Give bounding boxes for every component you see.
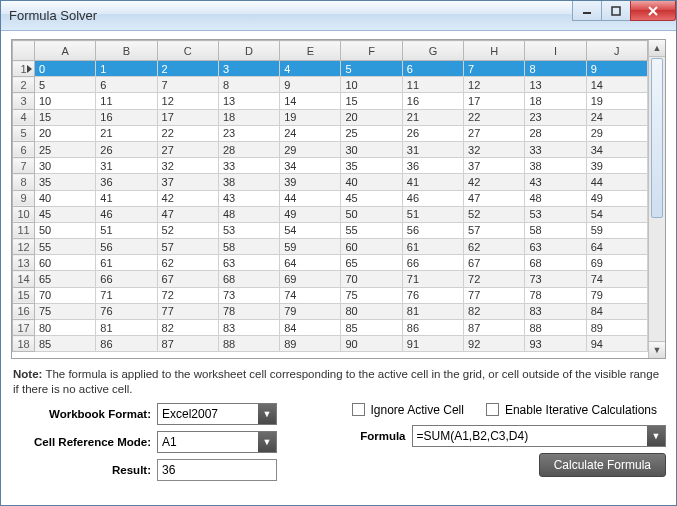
cell[interactable]: 64 <box>280 255 341 271</box>
cell[interactable]: 94 <box>586 336 647 352</box>
cell[interactable]: 86 <box>402 320 463 336</box>
enable-iterative-checkbox[interactable]: Enable Iterative Calculations <box>486 403 657 417</box>
table-row[interactable]: 730313233343536373839 <box>13 158 648 174</box>
cell[interactable]: 67 <box>464 255 525 271</box>
cell[interactable]: 72 <box>464 271 525 287</box>
cell[interactable]: 88 <box>218 336 279 352</box>
workbook-format-select[interactable]: Excel2007 ▼ <box>157 403 277 425</box>
cell[interactable]: 15 <box>35 109 96 125</box>
cell[interactable]: 51 <box>402 206 463 222</box>
cell[interactable]: 5 <box>341 61 402 77</box>
row-header[interactable]: 7 <box>13 158 35 174</box>
column-header[interactable]: A <box>35 41 96 61</box>
cell[interactable]: 43 <box>525 174 586 190</box>
cell[interactable]: 92 <box>464 336 525 352</box>
column-header[interactable]: B <box>96 41 157 61</box>
table-row[interactable]: 1360616263646566676869 <box>13 255 648 271</box>
row-header[interactable]: 11 <box>13 222 35 238</box>
cell[interactable]: 13 <box>525 77 586 93</box>
table-row[interactable]: 415161718192021222324 <box>13 109 648 125</box>
cell[interactable]: 72 <box>157 287 218 303</box>
cell[interactable]: 56 <box>402 222 463 238</box>
cell[interactable]: 27 <box>157 141 218 157</box>
cell[interactable]: 69 <box>280 271 341 287</box>
row-header[interactable]: 14 <box>13 271 35 287</box>
column-header[interactable]: C <box>157 41 218 61</box>
cell[interactable]: 9 <box>586 61 647 77</box>
cell[interactable]: 16 <box>96 109 157 125</box>
cell[interactable]: 47 <box>464 190 525 206</box>
row-header[interactable]: 9 <box>13 190 35 206</box>
cell[interactable]: 52 <box>157 222 218 238</box>
cell[interactable]: 29 <box>586 125 647 141</box>
table-row[interactable]: 1045464748495051525354 <box>13 206 648 222</box>
cell[interactable]: 10 <box>341 77 402 93</box>
maximize-button[interactable] <box>601 1 631 21</box>
cell[interactable]: 68 <box>525 255 586 271</box>
cell[interactable]: 50 <box>35 222 96 238</box>
row-header[interactable]: 6 <box>13 141 35 157</box>
cell[interactable]: 89 <box>280 336 341 352</box>
cell[interactable]: 29 <box>280 141 341 157</box>
scroll-up-arrow-icon[interactable]: ▲ <box>649 40 665 57</box>
cell[interactable]: 18 <box>218 109 279 125</box>
ignore-active-cell-checkbox[interactable]: Ignore Active Cell <box>352 403 464 417</box>
cell[interactable]: 3 <box>218 61 279 77</box>
cell[interactable]: 91 <box>402 336 463 352</box>
cell[interactable]: 21 <box>402 109 463 125</box>
table-row[interactable]: 2567891011121314 <box>13 77 648 93</box>
cell[interactable]: 6 <box>96 77 157 93</box>
cell[interactable]: 57 <box>464 222 525 238</box>
cell[interactable]: 19 <box>586 93 647 109</box>
cell[interactable]: 8 <box>525 61 586 77</box>
column-header[interactable]: J <box>586 41 647 61</box>
cell[interactable]: 75 <box>35 303 96 319</box>
cell[interactable]: 37 <box>157 174 218 190</box>
cell[interactable]: 81 <box>402 303 463 319</box>
cell[interactable]: 6 <box>402 61 463 77</box>
cell[interactable]: 87 <box>464 320 525 336</box>
cell[interactable]: 52 <box>464 206 525 222</box>
cell[interactable]: 55 <box>341 222 402 238</box>
cell[interactable]: 20 <box>35 125 96 141</box>
cell[interactable]: 50 <box>341 206 402 222</box>
cell[interactable]: 40 <box>341 174 402 190</box>
cell[interactable]: 44 <box>586 174 647 190</box>
cell[interactable]: 81 <box>96 320 157 336</box>
scroll-thumb[interactable] <box>651 58 663 218</box>
row-header[interactable]: 17 <box>13 320 35 336</box>
cell[interactable]: 35 <box>341 158 402 174</box>
cell[interactable]: 75 <box>341 287 402 303</box>
row-header[interactable]: 12 <box>13 239 35 255</box>
column-header[interactable]: H <box>464 41 525 61</box>
cell[interactable]: 12 <box>464 77 525 93</box>
cell[interactable]: 20 <box>341 109 402 125</box>
cell-ref-select[interactable]: A1 ▼ <box>157 431 277 453</box>
cell[interactable]: 14 <box>280 93 341 109</box>
table-row[interactable]: 1885868788899091929394 <box>13 336 648 352</box>
row-header[interactable]: 18 <box>13 336 35 352</box>
cell[interactable]: 62 <box>157 255 218 271</box>
table-row[interactable]: 1675767778798081828384 <box>13 303 648 319</box>
cell[interactable]: 84 <box>280 320 341 336</box>
cell[interactable]: 12 <box>157 93 218 109</box>
cell[interactable]: 45 <box>35 206 96 222</box>
row-header[interactable]: 10 <box>13 206 35 222</box>
table-row[interactable]: 1255565758596061626364 <box>13 239 648 255</box>
cell[interactable]: 53 <box>525 206 586 222</box>
table-row[interactable]: 1570717273747576777879 <box>13 287 648 303</box>
cell[interactable]: 63 <box>525 239 586 255</box>
column-header[interactable]: F <box>341 41 402 61</box>
cell[interactable]: 65 <box>341 255 402 271</box>
row-header[interactable]: 16 <box>13 303 35 319</box>
cell[interactable]: 37 <box>464 158 525 174</box>
cell[interactable]: 60 <box>341 239 402 255</box>
cell[interactable]: 71 <box>402 271 463 287</box>
cell[interactable]: 84 <box>586 303 647 319</box>
table-row[interactable]: 940414243444546474849 <box>13 190 648 206</box>
cell[interactable]: 15 <box>341 93 402 109</box>
cell[interactable]: 55 <box>35 239 96 255</box>
cell[interactable]: 24 <box>586 109 647 125</box>
cell[interactable]: 43 <box>218 190 279 206</box>
cell[interactable]: 64 <box>586 239 647 255</box>
